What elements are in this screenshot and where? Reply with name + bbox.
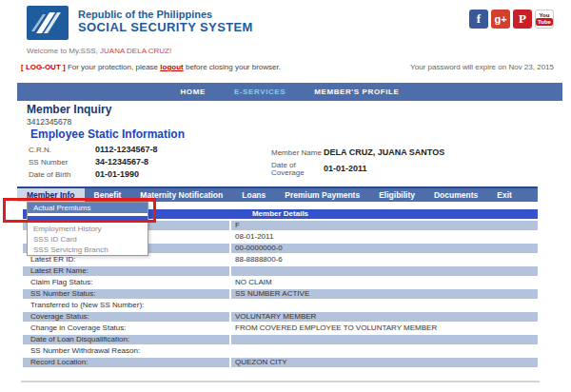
menu-tab-premium-payments[interactable]: Premium Payments xyxy=(275,188,369,202)
row-value: 08-01-2011 xyxy=(231,232,538,242)
sss-member-inquiry-page: Republic of the Philippines SOCIAL SECUR… xyxy=(0,0,571,392)
date-of-coverage-label: Date of Coverage xyxy=(271,162,309,177)
menu-tab-loans[interactable]: Loans xyxy=(232,188,275,202)
nav-item-members-profile[interactable]: MEMBER'S PROFILE xyxy=(314,88,399,96)
youtube-icon[interactable]: You Tube xyxy=(535,10,554,29)
row-label: SS Number Status: xyxy=(23,289,229,299)
logout-text-before: For your protection, please xyxy=(66,63,161,71)
table-row: Change in Coverage Status: FROM COVERED … xyxy=(23,323,538,333)
table-row: Claim Flag Status: NO CLAIM xyxy=(23,278,538,287)
section-title: Employee Static Information xyxy=(30,127,185,141)
row-value: QUEZON CITY xyxy=(231,358,538,367)
table-row: Date of Loan Disqualification: xyxy=(23,335,538,344)
logout-link[interactable]: logout xyxy=(160,63,183,71)
table-row: Coverage Status: VOLUNTARY MEMBER xyxy=(23,312,538,322)
nav-item-e-services[interactable]: E-SERVICES xyxy=(234,88,286,96)
row-value: 00-0000000-0 xyxy=(231,244,538,253)
crn-value: 0112-1234567-8 xyxy=(95,145,158,154)
row-label: Coverage Status: xyxy=(23,312,229,322)
member-name-value: DELA CRUZ, JUANA SANTOS xyxy=(324,147,444,157)
row-label: Date of Loan Disqualification: xyxy=(23,335,229,344)
ss-number-value: 34-1234567-8 xyxy=(95,157,148,167)
date-of-coverage-value: 01-01-2011 xyxy=(324,164,367,173)
row-label: Record Location: xyxy=(23,358,229,367)
youtube-icon-bottom: Tube xyxy=(536,18,553,26)
row-label: Latest ER Name: xyxy=(23,266,229,276)
row-label: Latest ER ID: xyxy=(23,255,229,265)
menu-tab-exit[interactable]: Exit xyxy=(487,188,522,202)
row-value: 88-8888800-6 xyxy=(231,255,538,265)
sss-logo-icon xyxy=(27,6,69,40)
table-row: SS Number Status: SS NUMBER ACTIVE xyxy=(23,289,538,299)
row-label: Claim Flag Status: xyxy=(23,278,229,287)
page-title: Member Inquiry xyxy=(27,103,111,116)
logout-tag: [ LOG-OUT ] xyxy=(21,63,66,71)
date-of-birth-value: 01-01-1990 xyxy=(95,169,139,179)
row-value: FROM COVERED EMPLOYEE TO VOLUNTARY MEMBE… xyxy=(231,323,538,333)
menu-tab-eligibility[interactable]: Eligibility xyxy=(369,188,424,202)
table-row: Latest ER Name: xyxy=(23,266,538,276)
table-row: Transferred to (New SS Number): xyxy=(23,301,538,310)
table-row: Record Location: QUEZON CITY xyxy=(23,358,538,367)
annotation-highlight-box xyxy=(3,198,156,223)
logout-bar: [ LOG-OUT ] For your protection, please … xyxy=(21,63,281,71)
table-row: SS Number Withdrawal Reason: xyxy=(23,346,538,356)
dropdown-item-sss-id-card[interactable]: SSS ID Card xyxy=(28,234,148,245)
row-value xyxy=(231,335,538,344)
row-label: Change in Coverage Status: xyxy=(23,323,229,333)
menu-tab-documents[interactable]: Documents xyxy=(424,188,487,202)
row-value xyxy=(231,301,538,310)
brand-line2: SOCIAL SECURITY SYSTEM xyxy=(78,20,253,34)
row-value: F xyxy=(231,221,538,230)
bottom-divider xyxy=(21,381,540,382)
social-links: f g+ P You Tube xyxy=(469,10,554,29)
brand-line1: Republic of the Philippines xyxy=(78,9,253,20)
row-value xyxy=(231,266,538,276)
row-value: NO CLAIM xyxy=(231,278,538,287)
member-number: 3412345678 xyxy=(27,117,71,127)
google-plus-icon[interactable]: g+ xyxy=(491,10,510,29)
dropdown-item-sss-servicing-branch[interactable]: SSS Servicing Branch xyxy=(28,245,148,255)
dropdown-item-employment-history[interactable]: Employment History xyxy=(28,224,148,234)
table-row: Latest ER ID: 88-8888800-6 xyxy=(23,255,538,265)
facebook-icon[interactable]: f xyxy=(469,10,488,29)
member-name-label: Member Name xyxy=(271,148,322,157)
row-value xyxy=(231,346,538,356)
welcome-prefix: Welcome to My.SSS, xyxy=(27,47,100,55)
row-value: VOLUNTARY MEMBER xyxy=(231,312,538,322)
password-expiry-note: Your password will expire on Nov 23, 201… xyxy=(410,63,554,71)
logout-text-after: before closing your browser. xyxy=(184,63,281,71)
main-navbar: HOME E-SERVICES MEMBER'S PROFILE xyxy=(17,83,562,101)
welcome-username: JUANA DELA CRUZ! xyxy=(100,47,171,55)
nav-item-home[interactable]: HOME xyxy=(180,88,205,96)
crn-label: C.R.N. xyxy=(29,146,51,154)
row-label: SS Number Withdrawal Reason: xyxy=(23,346,229,356)
welcome-message: Welcome to My.SSS, JUANA DELA CRUZ! xyxy=(27,47,171,55)
ss-number-label: SS Number xyxy=(29,158,68,167)
row-value: SS NUMBER ACTIVE xyxy=(231,289,538,299)
pinterest-icon[interactable]: P xyxy=(513,10,532,29)
date-of-birth-label: Date of Birth xyxy=(29,170,70,179)
brand-title: Republic of the Philippines SOCIAL SECUR… xyxy=(78,9,253,34)
row-label: Transferred to (New SS Number): xyxy=(23,301,229,310)
